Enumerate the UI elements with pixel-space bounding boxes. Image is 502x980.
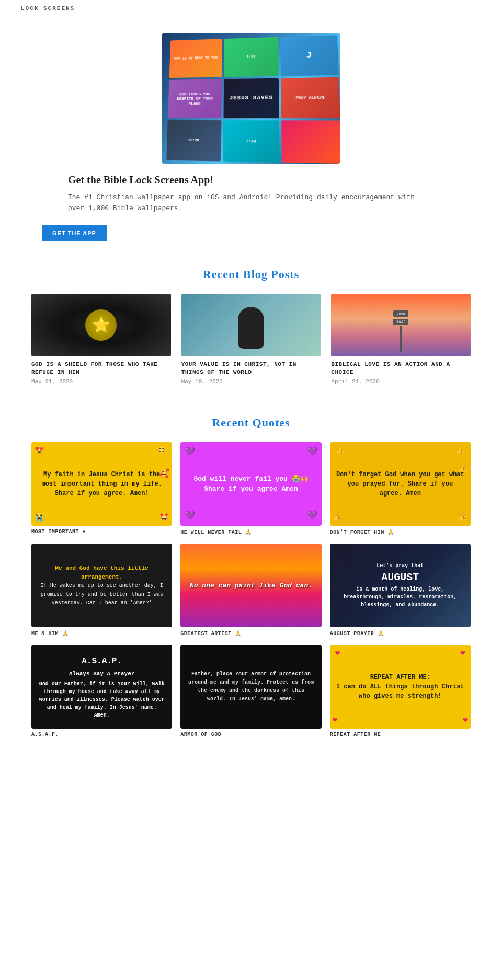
- blog-grid: ⭐ GOD IS A SHIELD FOR THOSE WHO TAKE REF…: [31, 294, 471, 385]
- hero-description: The #1 Christian wallpaper app on iOS an…: [68, 192, 434, 214]
- blog-section: Recent Blog Posts ⭐ GOD IS A SHIELD FOR …: [0, 252, 502, 401]
- quote-image-dont-forget: 👍 👍 👍 👍 👍 Don't forget God when you get …: [330, 442, 471, 526]
- quote-label: REPEAT AFTER ME: [330, 732, 471, 737]
- emoji: 👍: [333, 512, 343, 523]
- emoji: 🤩: [159, 512, 169, 523]
- blog-card-title: GOD IS A SHIELD FOR THOSE WHO TAKE REFUG…: [31, 361, 171, 377]
- quote-text: Don't forget God when you get what you p…: [336, 470, 464, 498]
- quote-label: DON'T FORGET HIM 🙏: [330, 529, 471, 535]
- hero-title: Get the Bible Lock Screens App!: [68, 174, 434, 186]
- quote-image-me-him: Me and God have this little arrangement.…: [31, 544, 172, 627]
- signpost: Love Self: [393, 309, 408, 352]
- emoji: 😭: [34, 512, 44, 523]
- quote-text: Me and God have this little arrangement.…: [38, 564, 166, 607]
- blog-card-title: BIBLICAL LOVE IS AN ACTION AND A CHOICE: [331, 361, 471, 377]
- emoji: 👍: [455, 445, 465, 456]
- quotes-section-title: Recent Quotes: [31, 416, 471, 430]
- emoji: 💜: [307, 446, 317, 458]
- quote-text: My faith in Jesus Christ is the most imp…: [38, 470, 166, 498]
- quotes-section: Recent Quotes 😍 😊 🥰 😭 🤩 My faith in Jesu…: [0, 400, 502, 753]
- emoji: 💜: [185, 446, 195, 458]
- quote-label: HE WILL NEVER FAIL 🙏: [180, 529, 321, 535]
- phone-grid: WHY IS HE NEAR TO YOU 9:51 J GOD LOVES Y…: [163, 33, 340, 164]
- quote-label: ME & HIM 🙏: [31, 630, 172, 637]
- phone-tile: [281, 121, 340, 164]
- phone-tile: 7:48: [223, 120, 280, 162]
- quote-text: No one can paint like God can.: [190, 581, 312, 591]
- hero-section: WHY IS HE NEAR TO YOU 9:51 J GOD LOVES Y…: [0, 17, 502, 252]
- blog-image-person: [181, 294, 321, 356]
- quote-text: Father, place Your armor of protection a…: [187, 670, 315, 704]
- sign-love: Love: [393, 310, 408, 317]
- quote-text: REPEAT AFTER ME: I can do ALL things thr…: [336, 673, 464, 701]
- quote-card[interactable]: No one can paint like God can. GREATEST …: [180, 544, 321, 637]
- phone-tile: WHY IS HE NEAR TO YOU: [169, 39, 222, 78]
- phone-tile: GOD LOVES YOU DESPITE OF YOUR FLAWS: [168, 79, 222, 118]
- quote-card[interactable]: Let's pray that AUGUST is a month of hea…: [330, 544, 471, 637]
- phone-tile: PRAY ALWAYS: [281, 77, 340, 118]
- quote-label: GREATEST ARTIST 🙏: [180, 630, 321, 637]
- person-silhouette: [238, 307, 264, 349]
- quote-text: Let's pray that AUGUST is a month of hea…: [336, 562, 464, 609]
- blog-card[interactable]: YOUR VALUE IS IN CHRIST, NOT IN THINGS O…: [181, 294, 321, 385]
- sign-self: Self: [393, 319, 408, 325]
- quote-image-greatest-artist: No one can paint like God can.: [180, 544, 321, 627]
- site-logo: LOCK SCREENS: [21, 5, 75, 11]
- blog-card[interactable]: ⭐ GOD IS A SHIELD FOR THOSE WHO TAKE REF…: [31, 294, 171, 385]
- quote-label: A.S.A.P.: [31, 732, 172, 737]
- phone-tile: 9:51: [224, 37, 279, 77]
- quote-image-august-prayer: Let's pray that AUGUST is a month of hea…: [330, 544, 471, 627]
- quote-image-asap: A.S.A.P. Always Say A Prayer God our Fat…: [31, 645, 172, 729]
- quote-image-never-fail: 💜 💜 💜 💜 God will never fail you 😭🙌Share …: [180, 442, 321, 526]
- quote-image-repeat: ❤️ ❤️ ❤️ ❤️ REPEAT AFTER ME: I can do AL…: [330, 645, 471, 729]
- quote-card[interactable]: ❤️ ❤️ ❤️ ❤️ REPEAT AFTER ME: I can do AL…: [330, 645, 471, 737]
- get-app-button[interactable]: GET THE APP: [42, 225, 107, 241]
- blog-image-shield: ⭐: [31, 294, 171, 356]
- quote-card[interactable]: Me and God have this little arrangement.…: [31, 544, 172, 637]
- quote-text: God will never fail you 😭🙌Share if you a…: [193, 474, 308, 494]
- emoji: 👍: [458, 512, 468, 523]
- quote-label: ARMOR OF GOD: [180, 732, 321, 737]
- emoji: 😊: [156, 445, 167, 456]
- emoji: 💜: [185, 510, 195, 522]
- blog-card[interactable]: Love Self BIBLICAL LOVE IS AN ACTION AND…: [331, 294, 471, 385]
- emoji: ❤️: [333, 714, 338, 726]
- blog-card-date: May 10, 2020: [181, 378, 321, 385]
- phone-tile: JESUS SAVES: [223, 78, 279, 118]
- quote-card[interactable]: 😍 😊 🥰 😭 🤩 My faith in Jesus Christ is th…: [31, 442, 172, 535]
- emoji: 👍: [335, 445, 346, 456]
- blog-card-title: YOUR VALUE IS IN CHRIST, NOT IN THINGS O…: [181, 361, 321, 377]
- emoji: 😍: [34, 445, 44, 456]
- quote-card[interactable]: Father, place Your armor of protection a…: [180, 645, 321, 737]
- blog-card-date: April 21, 2020: [331, 378, 471, 385]
- quote-image-most-important: 😍 😊 🥰 😭 🤩 My faith in Jesus Christ is th…: [31, 442, 172, 526]
- emoji: ❤️: [463, 714, 468, 726]
- emoji: ❤️: [460, 648, 465, 659]
- emoji: 💜: [307, 510, 317, 522]
- quote-label: AUGUST PRAYER 🙏: [330, 630, 471, 637]
- quote-image-armor: Father, place Your armor of protection a…: [180, 645, 321, 729]
- phone-tile: J: [280, 35, 338, 76]
- blog-section-title: Recent Blog Posts: [31, 268, 471, 281]
- sign-pole: [400, 326, 402, 352]
- blog-card-date: May 21, 2020: [31, 378, 171, 385]
- phone-tile: 10:20: [166, 120, 221, 161]
- shield-icon: ⭐: [85, 309, 117, 341]
- hero-image: WHY IS HE NEAR TO YOU 9:51 J GOD LOVES Y…: [162, 33, 340, 164]
- quotes-grid: 😍 😊 🥰 😭 🤩 My faith in Jesus Christ is th…: [31, 442, 471, 737]
- quote-label: MOST IMPORTANT ♥: [31, 529, 172, 535]
- quote-card[interactable]: A.S.A.P. Always Say A Prayer God our Fat…: [31, 645, 172, 737]
- blog-image-signpost: Love Self: [331, 294, 471, 356]
- quote-card[interactable]: 👍 👍 👍 👍 👍 Don't forget God when you get …: [330, 442, 471, 535]
- quote-card[interactable]: 💜 💜 💜 💜 God will never fail you 😭🙌Share …: [180, 442, 321, 535]
- emoji: ❤️: [335, 648, 340, 659]
- quote-text: A.S.A.P. Always Say A Prayer God our Fat…: [38, 655, 166, 720]
- site-header: LOCK SCREENS: [0, 0, 502, 17]
